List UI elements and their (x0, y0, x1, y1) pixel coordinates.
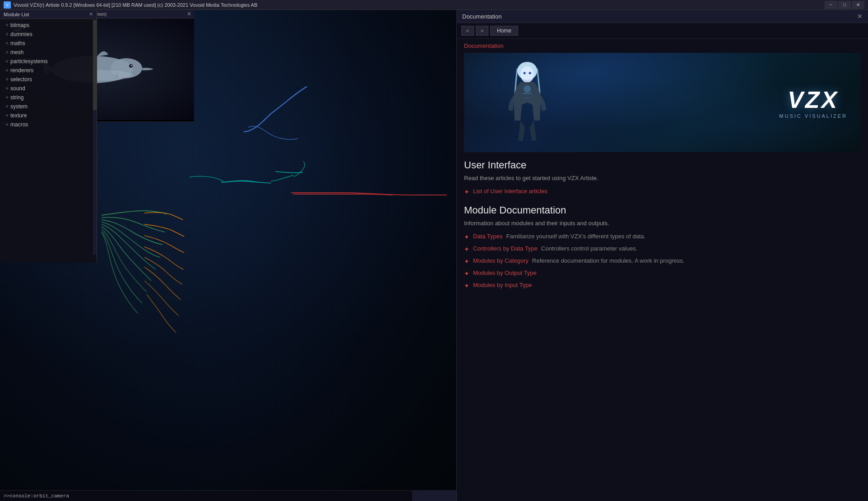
doc-forward-button[interactable]: > (476, 26, 488, 36)
svg-point-26 (524, 72, 526, 74)
module-item-mesh[interactable]: +mesh (0, 48, 97, 57)
module-link-2[interactable]: Controllers by Data Type (473, 245, 538, 252)
ui-section-title: User Interface (464, 159, 861, 171)
svg-point-27 (529, 72, 531, 74)
module-doc-desc: Information about modules and their inpu… (464, 220, 861, 227)
titlebar-controls: − □ ✕ (825, 1, 864, 9)
maximize-button[interactable]: □ (838, 1, 851, 9)
doc-content: Documentation (457, 39, 868, 498)
module-doc-section: Module Documentation Information about m… (464, 204, 861, 289)
titlebar-title: Vovoid VZX(r) Artiste 0.9.2 [Windows 64-… (14, 2, 257, 8)
module-desc-1: Familiarize yourself with VZX's differen… (506, 233, 646, 240)
doc-home-button[interactable]: Home (490, 26, 518, 36)
module-label-sound: sound (10, 85, 25, 92)
documentation-panel: Documentation ✕ < > Home Documentation (456, 10, 868, 501)
module-item-dummies[interactable]: +dummies (0, 30, 97, 39)
vzx-subtitle: MUSIC VISUALIZER (779, 113, 847, 119)
module-label-selectors: selectors (10, 76, 32, 83)
module-desc-2: Controllers control parameter values. (541, 245, 637, 252)
module-scrollbar[interactable] (93, 20, 97, 255)
titlebar-left: V Vovoid VZX(r) Artiste 0.9.2 [Windows 6… (4, 1, 257, 9)
doc-nav: < > Home (457, 23, 868, 39)
module-link-5[interactable]: Modules by Input Type (473, 282, 532, 288)
console-text: >>console:orbit_camera (4, 493, 69, 499)
user-interface-section: User Interface Read these articles to ge… (464, 159, 861, 195)
close-button[interactable]: ✕ (852, 1, 864, 9)
bullet-star-m3: ✦ (464, 258, 469, 265)
module-bullet-1: ✦ Data Types Familiarize yourself with V… (464, 233, 861, 241)
module-label-particlesystems: particlesystems (10, 58, 48, 65)
svg-point-28 (524, 85, 531, 93)
vzx-logo-text: VZX (779, 86, 847, 113)
module-list-title: Module List (4, 12, 29, 17)
module-label-mesh: mesh (10, 49, 23, 56)
module-label-bitmaps: bitmaps (10, 22, 29, 28)
viewport-close-button[interactable]: ✕ (187, 11, 191, 17)
bullet-star-1: ✦ (464, 188, 469, 195)
module-desc-3: Reference documentation for modules. A w… (532, 257, 684, 264)
app-container: VZX® 0.9.2 @ 571x295, 113 FPS, Ctrl+F(ul… (0, 10, 868, 501)
module-scrollbar-thumb[interactable] (93, 20, 97, 110)
module-item-selectors[interactable]: +selectors (0, 75, 97, 84)
module-link-3[interactable]: Modules by Category (473, 257, 529, 264)
module-item-string[interactable]: +string (0, 93, 97, 102)
module-list-panel: Module List ✕ +bitmaps +dummies +maths +… (0, 10, 97, 263)
doc-close-button[interactable]: ✕ (857, 13, 863, 20)
titlebar: V Vovoid VZX(r) Artiste 0.9.2 [Windows 6… (0, 0, 868, 10)
svg-point-25 (520, 66, 534, 83)
module-link-4[interactable]: Modules by Output Type (473, 269, 537, 276)
doc-hero-image: VZX MUSIC VISUALIZER (464, 53, 861, 152)
doc-header: Documentation ✕ (457, 10, 868, 23)
ui-section-desc: Read these articles to get started using… (464, 175, 861, 181)
module-link-1[interactable]: Data Types (473, 233, 503, 240)
module-label-texture: texture (10, 112, 27, 119)
module-item-system[interactable]: +system (0, 102, 97, 111)
module-doc-title: Module Documentation (464, 204, 861, 216)
module-label-system: system (10, 103, 28, 110)
module-item-renderers[interactable]: +renderers (0, 66, 97, 75)
module-label-maths: maths (10, 40, 25, 46)
module-label-string: string (10, 94, 23, 101)
console-bar: >>console:orbit_camera (0, 490, 412, 501)
module-list-header: Module List ✕ (0, 10, 97, 19)
module-bullet-4: ✦ Modules by Output Type (464, 269, 861, 277)
app-icon: V (4, 1, 11, 9)
hero-figure (500, 62, 563, 152)
module-label-renderers: renderers (10, 67, 33, 74)
module-list-close[interactable]: ✕ (89, 11, 93, 17)
bullet-star-m5: ✦ (464, 282, 469, 289)
bullet-star-m1: ✦ (464, 233, 469, 241)
hero-logo: VZX MUSIC VISUALIZER (779, 86, 847, 119)
module-item-maths[interactable]: +maths (0, 39, 97, 48)
module-item-bitmaps[interactable]: +bitmaps (0, 21, 97, 30)
module-item-texture[interactable]: +texture (0, 111, 97, 120)
module-bullet-2: ✦ Controllers by Data Type Controllers c… (464, 245, 861, 253)
module-item-macros[interactable]: +macros (0, 120, 97, 129)
module-bullet-5: ✦ Modules by Input Type (464, 282, 861, 289)
doc-back-button[interactable]: < (461, 26, 474, 36)
bullet-star-m2: ✦ (464, 246, 469, 253)
module-item-sound[interactable]: +sound (0, 84, 97, 93)
doc-breadcrumb-link[interactable]: Documentation (464, 42, 861, 49)
figure-svg (500, 62, 554, 152)
ui-link-1[interactable]: List of User Interface articles (473, 188, 548, 195)
minimize-button[interactable]: − (825, 1, 837, 9)
module-list-content: +bitmaps +dummies +maths +mesh +particle… (0, 19, 97, 131)
doc-panel-title: Documentation (462, 13, 501, 20)
svg-point-3 (131, 65, 132, 66)
ui-bullet-1: ✦ List of User Interface articles (464, 188, 861, 195)
module-label-macros: macros (10, 121, 28, 128)
bullet-star-m4: ✦ (464, 270, 469, 277)
module-bullet-3: ✦ Modules by Category Reference document… (464, 257, 861, 265)
module-item-particlesystems[interactable]: +particlesystems (0, 57, 97, 66)
module-label-dummies: dummies (10, 31, 32, 37)
